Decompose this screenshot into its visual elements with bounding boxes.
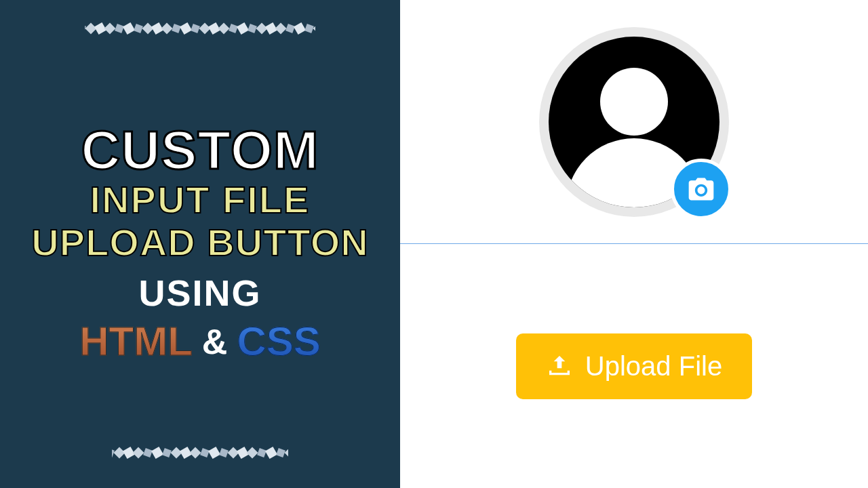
camera-upload-badge[interactable] xyxy=(671,159,732,220)
decorative-divider-top xyxy=(85,20,315,37)
avatar-upload-demo xyxy=(400,0,868,244)
title-word-css: CSS xyxy=(237,318,320,365)
button-upload-demo: Upload File xyxy=(400,244,868,488)
title-line-using: USING xyxy=(138,269,261,317)
title-word-html: HTML xyxy=(79,318,193,365)
title-stack: CUSTOM INPUT FILE UPLOAD BUTTON USING HT… xyxy=(31,123,368,365)
camera-icon xyxy=(686,174,716,204)
upload-icon xyxy=(546,352,573,380)
title-line-input-file: INPUT FILE xyxy=(90,179,311,221)
title-line-languages: HTML & CSS xyxy=(79,318,321,365)
upload-button-label: Upload File xyxy=(585,351,722,382)
upload-file-button[interactable]: Upload File xyxy=(516,333,752,399)
title-panel: CUSTOM INPUT FILE UPLOAD BUTTON USING HT… xyxy=(0,0,400,488)
title-word-ampersand: & xyxy=(202,321,228,362)
demo-panel: Upload File xyxy=(400,0,868,488)
title-line-custom: CUSTOM xyxy=(81,123,319,178)
avatar-container xyxy=(539,27,729,217)
decorative-divider-bottom xyxy=(112,445,288,461)
title-line-upload-button: UPLOAD BUTTON xyxy=(31,222,368,264)
